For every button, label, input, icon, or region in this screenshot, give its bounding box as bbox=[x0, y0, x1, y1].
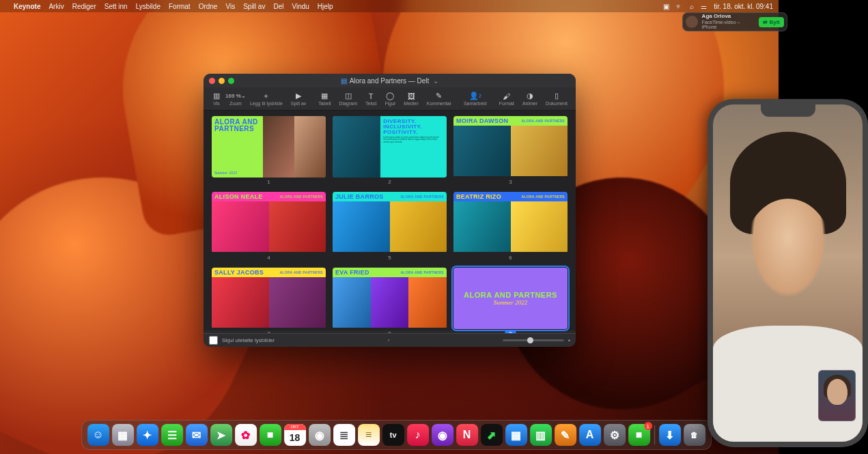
menu-hjelp[interactable]: Hjelp bbox=[318, 3, 333, 10]
slide-1[interactable]: ALORA AND PARTNERS Summer 2022 1 bbox=[212, 116, 326, 185]
add-slide-button[interactable]: ＋Legg til lysbilde bbox=[247, 92, 285, 106]
slide-4[interactable]: ALISON NEALEALORA AND PARTNERS 4 bbox=[212, 192, 326, 261]
fullscreen-button[interactable] bbox=[228, 78, 234, 84]
facetime-status-icon[interactable]: ▣ bbox=[663, 3, 669, 10]
menubar-datetime[interactable]: tir. 18. okt. kl. 09:41 bbox=[714, 3, 773, 10]
iphone-device bbox=[708, 99, 868, 447]
dock-settings[interactable]: ⚙ bbox=[604, 424, 626, 446]
zoom-slider[interactable] bbox=[503, 339, 564, 341]
window-footer: Skjul utelatte lysbilder ▫ ▪ bbox=[204, 333, 576, 347]
app-menu[interactable]: Keynote bbox=[14, 3, 40, 10]
zoom-out-icon[interactable]: ▫ bbox=[388, 337, 390, 343]
caller-subtitle: FaceTime-video – iPhone bbox=[702, 20, 755, 30]
view-button[interactable]: ▥Vis bbox=[209, 92, 224, 106]
dock-mail[interactable]: ✉ bbox=[186, 424, 208, 446]
dock-trash[interactable]: 🗑 bbox=[684, 424, 705, 446]
facetime-notification[interactable]: Aga Orlova FaceTime-video – iPhone ⇄ Byt… bbox=[682, 12, 787, 31]
hide-skipped-label: Skjul utelatte lysbilder bbox=[222, 337, 275, 343]
dock-separator bbox=[654, 425, 655, 444]
dock: ☺▦✦☰✉➤✿■OKT18◉≣≡tv♪◉N⬈▦▥✎A⚙■1⬇🗑 bbox=[81, 420, 712, 450]
dock-contacts[interactable]: ◉ bbox=[309, 424, 331, 446]
zoom-select[interactable]: 169 % ⌄Zoom bbox=[227, 92, 244, 106]
toolbar: ▥Vis 169 % ⌄Zoom ＋Legg til lysbilde ▶Spi… bbox=[204, 87, 576, 111]
format-button[interactable]: 🖌Format bbox=[496, 92, 517, 106]
slide-7[interactable]: SALLY JACOBSALORA AND PARTNERS 7 bbox=[212, 268, 326, 337]
menu-bar: Keynote Arkiv Rediger Sett inn Lysbilde … bbox=[0, 0, 779, 12]
dock-pages[interactable]: ✎ bbox=[555, 424, 576, 446]
slide-8[interactable]: EVA FRIEDALORA AND PARTNERS 8 bbox=[333, 268, 447, 337]
document-title: Alora and Partners — Delt bbox=[350, 77, 430, 85]
dock-music[interactable]: ♪ bbox=[407, 424, 429, 446]
animate-button[interactable]: ◑Animer bbox=[520, 92, 540, 106]
switch-button[interactable]: ⇄ Bytt bbox=[759, 17, 784, 27]
facetime-pip[interactable] bbox=[818, 370, 856, 421]
table-button[interactable]: ▦Tabell bbox=[316, 92, 333, 106]
keynote-window: ▤ Alora and Partners — Delt ⌄ ▥Vis 169 %… bbox=[204, 74, 576, 347]
window-titlebar[interactable]: ▤ Alora and Partners — Delt ⌄ bbox=[204, 74, 576, 87]
title-dropdown-icon[interactable]: ⌄ bbox=[433, 77, 438, 85]
slide-grid: ALORA AND PARTNERS Summer 2022 1 DIVERSI… bbox=[204, 111, 576, 330]
slide-6[interactable]: BEATRIZ RIZOALORA AND PARTNERS 6 bbox=[453, 192, 568, 261]
dock-reminders[interactable]: ≣ bbox=[333, 424, 355, 446]
dock-photos[interactable]: ✿ bbox=[235, 424, 257, 446]
shape-button[interactable]: ◯Figur bbox=[382, 92, 398, 106]
dock-stocks[interactable]: ⬈ bbox=[481, 424, 503, 446]
dock-facetime[interactable]: ■ bbox=[260, 424, 281, 446]
menu-ordne[interactable]: Ordne bbox=[199, 3, 218, 10]
menu-arkiv[interactable]: Arkiv bbox=[48, 3, 64, 10]
menu-del[interactable]: Del bbox=[273, 3, 283, 10]
menu-vindu[interactable]: Vindu bbox=[292, 3, 309, 10]
zoom-in-icon[interactable]: ▪ bbox=[568, 337, 570, 343]
dock-tv[interactable]: tv bbox=[382, 424, 404, 446]
window-controls bbox=[209, 78, 234, 84]
caller-name: Aga Orlova bbox=[702, 14, 755, 20]
slide-9[interactable]: ALORA AND PARTNERS Summer 2022 9 bbox=[453, 268, 568, 337]
slide-3[interactable]: MOIRA DAWSONALORA AND PARTNERS 3 bbox=[453, 116, 568, 185]
dock-numbers[interactable]: ▥ bbox=[530, 424, 552, 446]
chart-button[interactable]: ◫Diagram bbox=[337, 92, 360, 106]
dock-launchpad[interactable]: ▦ bbox=[112, 424, 134, 446]
collaborate-button[interactable]: 👤2Samarbeid bbox=[461, 92, 490, 106]
menu-rediger[interactable]: Rediger bbox=[72, 3, 96, 10]
menu-spill-av[interactable]: Spill av bbox=[243, 3, 265, 10]
slide-5[interactable]: JULIE BARROSALORA AND PARTNERS 5 bbox=[333, 192, 447, 261]
dock-appstore[interactable]: A bbox=[579, 424, 601, 446]
document-button[interactable]: ▯Dokument bbox=[543, 92, 570, 106]
control-center-icon[interactable]: ⚌ bbox=[701, 3, 707, 10]
comment-button[interactable]: ✎Kommentar bbox=[424, 92, 454, 106]
dock-podcasts[interactable]: ◉ bbox=[432, 424, 453, 446]
menu-format[interactable]: Format bbox=[169, 3, 191, 10]
slide-2[interactable]: DIVERSITY. INCLUSIVITY. POSITIVITY. Lore… bbox=[333, 116, 447, 185]
wifi-icon[interactable]: ᯤ bbox=[676, 3, 683, 10]
hide-skipped-checkbox[interactable] bbox=[209, 336, 218, 345]
dock-maps[interactable]: ➤ bbox=[210, 424, 232, 446]
caller-avatar bbox=[686, 16, 698, 28]
dock-downloads[interactable]: ⬇ bbox=[659, 424, 681, 446]
close-button[interactable] bbox=[209, 78, 215, 84]
dock-messages[interactable]: ☰ bbox=[161, 424, 183, 446]
dock-calendar[interactable]: OKT18 bbox=[284, 424, 306, 446]
switch-icon: ⇄ bbox=[763, 19, 768, 25]
menu-lysbilde[interactable]: Lysbilde bbox=[136, 3, 160, 10]
dock-safari[interactable]: ✦ bbox=[137, 424, 158, 446]
menu-sett-inn[interactable]: Sett inn bbox=[104, 3, 128, 10]
menu-vis[interactable]: Vis bbox=[225, 3, 235, 10]
text-button[interactable]: TTekst bbox=[363, 92, 379, 106]
dock-news[interactable]: N bbox=[456, 424, 478, 446]
dock-finder[interactable]: ☺ bbox=[87, 424, 109, 446]
dock-keynote[interactable]: ▦ bbox=[505, 424, 527, 446]
iphone-screen bbox=[713, 104, 863, 442]
minimize-button[interactable] bbox=[219, 78, 225, 84]
play-button[interactable]: ▶Spill av bbox=[288, 92, 309, 106]
dock-notes[interactable]: ≡ bbox=[358, 424, 380, 446]
iphone-notch bbox=[761, 104, 815, 117]
doc-icon: ▤ bbox=[341, 77, 347, 85]
spotlight-icon[interactable]: ⌕ bbox=[690, 3, 694, 10]
dock-facetime-app[interactable]: ■1 bbox=[628, 424, 650, 446]
media-button[interactable]: 🖼Medier bbox=[401, 92, 421, 106]
